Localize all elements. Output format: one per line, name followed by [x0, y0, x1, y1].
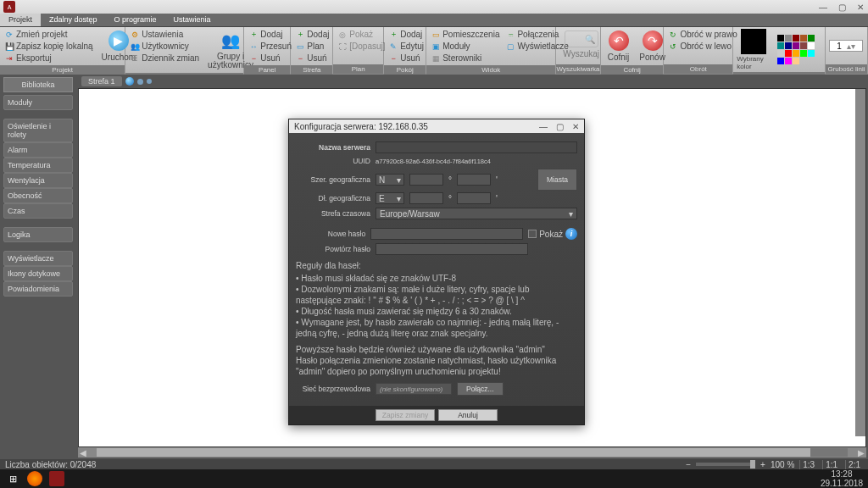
horizontal-scrollbar[interactable]: ◀ ▶: [78, 447, 866, 458]
color-swatch[interactable]: [800, 35, 807, 42]
server-settings-button[interactable]: ⚙Ustawienia: [129, 29, 201, 40]
color-swatch[interactable]: [793, 58, 799, 64]
search-button[interactable]: 🔍 Wyszukaj: [559, 29, 603, 60]
dialog-close-button[interactable]: ✕: [572, 122, 579, 131]
server-name-input[interactable]: [376, 141, 577, 153]
start-button[interactable]: ⊞: [5, 471, 20, 486]
tab-zdalny[interactable]: Zdalny dostęp: [41, 14, 106, 26]
repeat-password-input[interactable]: [376, 243, 528, 255]
room-edit-button[interactable]: ✎Edytuj: [387, 41, 426, 52]
color-swatch[interactable]: [808, 50, 815, 57]
dialog-minimize-button[interactable]: —: [539, 122, 548, 131]
ratio-2-1[interactable]: 2:1: [845, 460, 863, 469]
sidebar-item-7[interactable]: Logika: [3, 227, 73, 242]
lon-dir-select[interactable]: E▾: [376, 192, 404, 204]
color-swatch[interactable]: [777, 42, 784, 49]
users-button[interactable]: 👥Użytkownicy: [129, 41, 201, 52]
wifi-connect-button[interactable]: Połącz...: [457, 382, 504, 396]
group-label-search: Wyszukiwarka: [556, 64, 599, 74]
color-swatch[interactable]: [793, 42, 799, 49]
color-swatch[interactable]: [785, 50, 792, 57]
room-del-button[interactable]: −Usuń: [387, 53, 426, 64]
show-password-checkbox[interactable]: [528, 230, 537, 238]
color-swatch[interactable]: [785, 42, 792, 49]
plan-show-button: ◎Pokaż: [337, 29, 387, 40]
color-swatch[interactable]: [777, 35, 784, 42]
zoom-slider[interactable]: [696, 463, 755, 466]
tab-ustawienia[interactable]: Ustawienia: [165, 14, 220, 26]
change-project-button[interactable]: ⟳Zmień projekt: [3, 29, 95, 40]
rotate-ccw-button[interactable]: ↺Obróć w lewo: [667, 41, 738, 52]
sidebar-item-4[interactable]: Wentylacja: [3, 173, 73, 188]
cities-button[interactable]: Miasta: [537, 169, 577, 191]
zone-del-button[interactable]: −Usuń: [294, 53, 331, 64]
sidebar-item-5[interactable]: Obecność: [3, 188, 73, 203]
lon-min-input[interactable]: [457, 192, 491, 204]
undo-button[interactable]: ↶Cofnij: [604, 29, 633, 64]
room-add-button[interactable]: ＋Dodaj: [387, 29, 426, 40]
lon-deg-input[interactable]: [409, 192, 443, 204]
maximize-button[interactable]: ▢: [837, 3, 846, 12]
selected-color-swatch[interactable]: [741, 29, 766, 54]
view-modules-toggle[interactable]: ▣Moduły: [430, 41, 501, 52]
panel-del-button[interactable]: −Usuń: [248, 53, 293, 64]
tab-oprogramie[interactable]: O programie: [106, 14, 165, 26]
system-clock[interactable]: 13:28 29.11.2018: [821, 469, 863, 488]
color-swatch[interactable]: [785, 35, 792, 42]
sidebar-item-3[interactable]: Temperatura: [3, 158, 73, 173]
orb-3[interactable]: [147, 79, 152, 84]
ratio-1-3[interactable]: 1:3: [799, 460, 817, 469]
server-config-dialog: Konfiguracja serwera: 192.168.0.35 — ▢ ✕…: [288, 119, 585, 425]
sidebar-item-9[interactable]: Ikony dotykowe: [3, 266, 73, 281]
save-changes-button[interactable]: Zapisz zmiany: [376, 409, 435, 421]
rotate-cw-button[interactable]: ↻Obróć w prawo: [667, 29, 738, 40]
view-rooms-toggle[interactable]: ▭Pomieszczenia: [430, 29, 501, 40]
new-password-input[interactable]: [370, 228, 523, 240]
sidebar-item-6[interactable]: Czas: [3, 203, 73, 219]
sidebar-item-0[interactable]: Moduły: [3, 95, 73, 110]
orb-2[interactable]: [137, 79, 143, 85]
color-swatch[interactable]: [777, 58, 784, 64]
panel-add-button[interactable]: ＋Dodaj: [248, 29, 293, 40]
sidebar-item-10[interactable]: Powiadomienia: [3, 281, 73, 297]
sidebar-item-2[interactable]: Alarm: [3, 142, 73, 158]
cancel-button[interactable]: Anuluj: [438, 409, 498, 421]
zoom-out-icon[interactable]: −: [686, 460, 691, 469]
lat-min-input[interactable]: [457, 174, 491, 186]
vertical-scrollbar[interactable]: [855, 89, 865, 436]
tab-projekt[interactable]: Projekt: [0, 14, 41, 26]
panel-move-button[interactable]: ↔Przesuń: [248, 41, 293, 52]
line-width-spinbox[interactable]: 1 ▴▾: [829, 40, 863, 52]
group-label-undo: Cofnij: [601, 65, 664, 75]
sidebar-item-1[interactable]: Oświetlenie i rolety: [3, 119, 73, 142]
color-swatch[interactable]: [777, 50, 784, 57]
minimize-button[interactable]: —: [819, 3, 827, 12]
color-swatch[interactable]: [808, 35, 815, 42]
info-icon[interactable]: i: [565, 228, 577, 240]
app-taskbar-icon[interactable]: [49, 471, 64, 486]
color-swatch[interactable]: [793, 50, 799, 57]
color-swatch[interactable]: [800, 42, 807, 49]
zone-add-button[interactable]: ＋Dodaj: [294, 29, 331, 40]
ratio-1-1[interactable]: 1:1: [822, 460, 840, 469]
color-swatch[interactable]: [785, 58, 792, 64]
save-local-button[interactable]: 💾Zapisz kopię lokalną: [3, 41, 95, 52]
log-button[interactable]: ≣Dziennik zmian: [129, 53, 201, 64]
dialog-maximize-button[interactable]: ▢: [556, 122, 564, 131]
color-swatch[interactable]: [808, 42, 815, 49]
zone-tab-1[interactable]: Strefa 1: [81, 76, 122, 86]
sidebar-item-8[interactable]: Wyświetlacze: [3, 251, 73, 266]
firefox-icon[interactable]: [27, 471, 42, 486]
lat-deg-input[interactable]: [409, 174, 443, 186]
lat-dir-select[interactable]: N▾: [376, 174, 404, 186]
timezone-select[interactable]: Europe/Warsaw▾: [376, 208, 577, 219]
color-swatch[interactable]: [800, 50, 807, 57]
export-button[interactable]: ⇥Eksportuj: [3, 53, 95, 64]
close-button[interactable]: ✕: [856, 3, 865, 12]
zoom-in-icon[interactable]: +: [760, 460, 765, 469]
zone-plan-button[interactable]: ▭Plan: [294, 41, 331, 52]
color-swatch[interactable]: [793, 35, 799, 42]
color-palette[interactable]: [777, 35, 821, 64]
orb-1[interactable]: [125, 77, 134, 86]
view-controllers-toggle[interactable]: ▦Sterowniki: [430, 53, 501, 64]
